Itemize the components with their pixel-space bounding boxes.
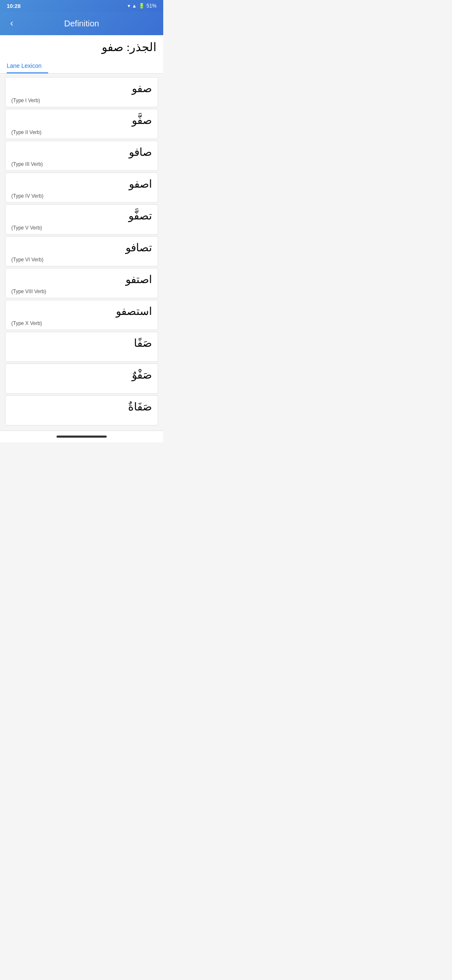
word-type: (Type X Verb) bbox=[11, 320, 152, 326]
app-bar: ‹ Definition bbox=[0, 12, 163, 35]
root-word-header: الجذر: صفو bbox=[0, 35, 163, 57]
nav-pill bbox=[56, 436, 107, 438]
word-card[interactable]: تصافو(Type VI Verb) bbox=[5, 236, 158, 266]
word-card[interactable]: صَفْوٌ bbox=[5, 364, 158, 394]
word-list: صفو(Type I Verb)صفَّو(Type II Verb)صافو(… bbox=[0, 74, 163, 431]
status-time: 10:28 bbox=[7, 3, 21, 9]
tab-bar: Lane Lexicon bbox=[0, 57, 163, 74]
back-button[interactable]: ‹ bbox=[3, 15, 20, 32]
nav-bar bbox=[0, 431, 163, 442]
word-arabic: صَفْوٌ bbox=[11, 368, 152, 382]
word-arabic: صَفَاةٌ bbox=[11, 400, 152, 414]
signal-icon: ▲ bbox=[132, 3, 137, 9]
word-card[interactable]: اصفو(Type IV Verb) bbox=[5, 173, 158, 203]
status-bar: 10:28 ▾ ▲ 🔋 51% bbox=[0, 0, 163, 12]
word-arabic: تصافو bbox=[11, 241, 152, 255]
status-icons: ▾ ▲ 🔋 51% bbox=[128, 3, 157, 9]
wifi-icon: ▾ bbox=[128, 3, 130, 9]
tab-lane-lexicon[interactable]: Lane Lexicon bbox=[7, 57, 48, 73]
battery-percent: 51% bbox=[146, 3, 157, 9]
word-card[interactable]: صَفَاةٌ bbox=[5, 395, 158, 426]
root-word-text: الجذر: صفو bbox=[102, 41, 157, 54]
word-card[interactable]: استصفو(Type X Verb) bbox=[5, 300, 158, 330]
word-type: (Type II Verb) bbox=[11, 129, 152, 135]
word-arabic: صفَّو bbox=[11, 113, 152, 128]
word-arabic: تصفَّو bbox=[11, 209, 152, 223]
word-card[interactable]: اصتفو(Type VIII Verb) bbox=[5, 268, 158, 298]
word-card[interactable]: صَفًا bbox=[5, 332, 158, 362]
word-arabic: صَفًا bbox=[11, 336, 152, 351]
word-arabic: صفو bbox=[11, 82, 152, 96]
word-arabic: استصفو bbox=[11, 304, 152, 319]
word-arabic: اصتفو bbox=[11, 273, 152, 287]
battery-icon: 🔋 bbox=[139, 3, 145, 9]
word-type: (Type VI Verb) bbox=[11, 257, 152, 263]
word-card[interactable]: صفو(Type I Verb) bbox=[5, 77, 158, 107]
word-type: (Type V Verb) bbox=[11, 225, 152, 231]
word-arabic: صافو bbox=[11, 145, 152, 160]
word-card[interactable]: صفَّو(Type II Verb) bbox=[5, 109, 158, 139]
word-arabic: اصفو bbox=[11, 177, 152, 191]
back-arrow-icon: ‹ bbox=[10, 18, 13, 29]
word-card[interactable]: تصفَّو(Type V Verb) bbox=[5, 204, 158, 235]
page-title: Definition bbox=[20, 19, 143, 28]
word-type: (Type I Verb) bbox=[11, 98, 152, 103]
word-type: (Type VIII Verb) bbox=[11, 289, 152, 294]
word-type: (Type IV Verb) bbox=[11, 193, 152, 199]
word-type: (Type III Verb) bbox=[11, 161, 152, 167]
word-card[interactable]: صافو(Type III Verb) bbox=[5, 141, 158, 171]
